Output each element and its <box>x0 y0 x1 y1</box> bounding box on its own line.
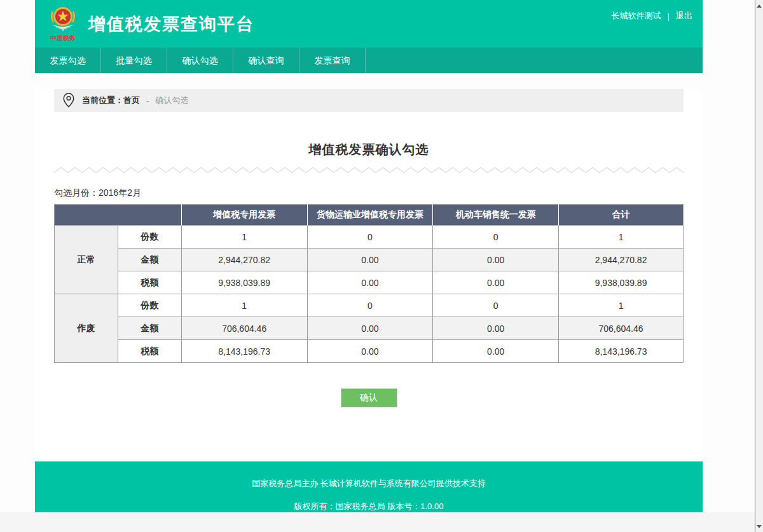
col-header-vehicle-invoice: 机动车销售统一发票 <box>433 205 559 226</box>
app-header: 中国税务 增值税发票查询平台 长城软件测试 | 退出 <box>35 0 703 48</box>
nav-item-confirm-check[interactable]: 确认勾选 <box>167 48 233 73</box>
table-row: 金额 2,944,270.82 0.00 0.00 2,944,270.82 <box>55 249 684 271</box>
table-row: 税额 9,938,039.89 0.00 0.00 9,938,039.89 <box>55 271 684 294</box>
invoice-summary-table: 增值税专用发票 货物运输业增值税专用发票 机动车销售统一发票 合计 正常 份数 … <box>54 204 684 363</box>
table-cell: 0.00 <box>433 340 559 363</box>
table-row: 作废 份数 1 0 0 1 <box>55 294 684 317</box>
table-cell: 706,604.46 <box>559 317 684 340</box>
logo-caption: 中国税务 <box>50 34 76 42</box>
location-pin-icon <box>62 92 76 109</box>
footer-line-1: 国家税务总局主办 长城计算机软件与系统有限公司提供技术支持 <box>252 478 486 489</box>
nav-item-batch-check[interactable]: 批量勾选 <box>101 48 167 73</box>
table-cell: 0.00 <box>307 340 433 363</box>
table-row: 税额 8,143,196.73 0.00 0.00 8,143,196.73 <box>55 340 684 363</box>
scroll-down-icon[interactable] <box>755 522 763 531</box>
table-cell: 8,143,196.73 <box>181 340 307 363</box>
table-cell: 9,938,039.89 <box>181 271 307 294</box>
breadcrumb-separator: - <box>146 96 149 106</box>
table-cell: 8,143,196.73 <box>559 340 684 363</box>
tax-emblem-logo: 中国税务 <box>46 5 79 43</box>
app-title: 增值税发票查询平台 <box>88 13 254 36</box>
table-cell: 9,938,039.89 <box>559 271 684 294</box>
table-header-row: 增值税专用发票 货物运输业增值税专用发票 机动车销售统一发票 合计 <box>55 205 684 226</box>
table-cell: 0.00 <box>433 317 559 340</box>
row-label: 份数 <box>118 294 181 317</box>
table-cell: 0.00 <box>433 249 559 271</box>
table-cell: 1 <box>181 226 307 249</box>
table-cell: 0.00 <box>307 249 433 271</box>
logout-link[interactable]: 退出 <box>676 10 692 22</box>
nav-item-invoice-check[interactable]: 发票勾选 <box>35 48 101 73</box>
table-cell: 2,944,270.82 <box>181 249 307 271</box>
table-cell: 0.00 <box>307 271 433 294</box>
table-row: 正常 份数 1 0 0 1 <box>55 226 684 249</box>
table-cell: 0 <box>307 294 433 317</box>
table-cell: 1 <box>181 294 307 317</box>
row-group-voided: 作废 <box>55 294 118 363</box>
row-group-normal: 正常 <box>55 226 118 294</box>
main-nav: 发票勾选 批量勾选 确认勾选 确认查询 发票查询 <box>35 48 703 73</box>
breadcrumb: 当前位置：首页 - 确认勾选 <box>54 89 684 112</box>
table-cell: 2,944,270.82 <box>559 249 684 271</box>
breadcrumb-current: 确认勾选 <box>155 95 188 106</box>
viewport-bottom-strip <box>0 512 755 532</box>
confirm-button[interactable]: 确认 <box>341 388 397 407</box>
table-row: 金额 706,604.46 0.00 0.00 706,604.46 <box>55 317 684 340</box>
scroll-up-icon[interactable] <box>755 1 763 10</box>
table-cell: 0 <box>307 226 433 249</box>
vertical-scrollbar[interactable] <box>755 0 763 532</box>
table-cell: 0 <box>433 226 559 249</box>
zigzag-divider <box>54 165 684 172</box>
table-corner-cell <box>55 205 182 226</box>
nav-item-confirm-query[interactable]: 确认查询 <box>233 48 299 73</box>
table-cell: 0 <box>433 294 559 317</box>
breadcrumb-prefix: 当前位置：首页 <box>82 95 140 106</box>
col-header-special-invoice: 增值税专用发票 <box>181 205 307 226</box>
table-cell: 0.00 <box>307 317 433 340</box>
col-header-total: 合计 <box>559 205 684 226</box>
user-name-label: 长城软件测试 <box>612 10 661 22</box>
user-divider: | <box>668 11 670 21</box>
row-label: 税额 <box>118 271 181 294</box>
table-cell: 0.00 <box>433 271 559 294</box>
row-label: 金额 <box>118 249 181 271</box>
period-label: 勾选月份：2016年2月 <box>54 188 684 199</box>
row-label: 份数 <box>118 226 181 249</box>
table-cell: 1 <box>559 294 684 317</box>
table-cell: 1 <box>559 226 684 249</box>
page-container: 中国税务 增值税发票查询平台 长城软件测试 | 退出 发票勾选 批量勾选 确认勾… <box>35 0 703 528</box>
national-emblem-icon <box>46 5 79 33</box>
page-title: 增值税发票确认勾选 <box>35 141 703 158</box>
row-label: 金额 <box>118 317 181 340</box>
header-user-area: 长城软件测试 | 退出 <box>612 10 692 22</box>
nav-item-invoice-query[interactable]: 发票查询 <box>299 48 366 73</box>
main-content: 当前位置：首页 - 确认勾选 增值税发票确认勾选 勾选月份：2016年2月 <box>35 89 703 461</box>
table-cell: 706,604.46 <box>181 317 307 340</box>
col-header-freight-invoice: 货物运输业增值税专用发票 <box>307 205 433 226</box>
footer-line-2: 版权所有：国家税务总局 版本号：1.0.00 <box>294 501 444 512</box>
row-label: 税额 <box>118 340 181 363</box>
